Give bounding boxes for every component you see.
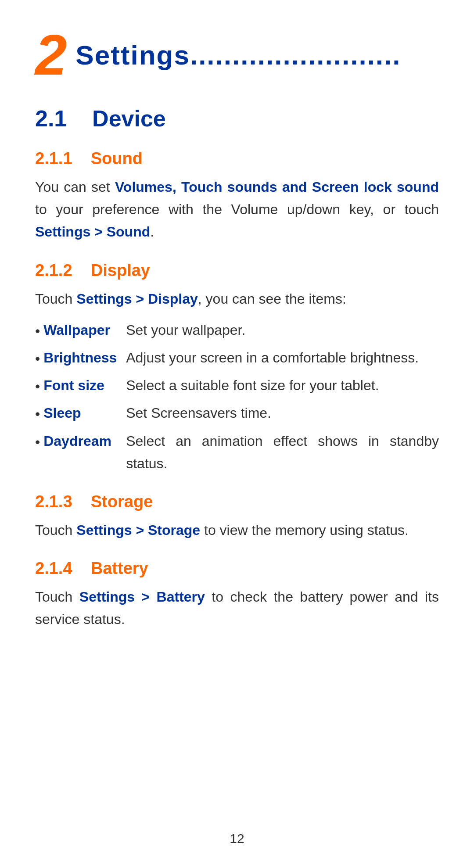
section-2-1-4-label: 2.1.4 (35, 559, 72, 577)
battery-bold: Settings > Battery (79, 589, 205, 605)
list-item-wallpaper: • Wallpaper Set your wallpaper. (35, 319, 439, 342)
list-item-daydream: • Daydream Select an animation effect sh… (35, 430, 439, 475)
fontsize-desc: Select a suitable font size for your tab… (126, 374, 439, 397)
list-item-brightness: • Brightness Adjust your screen in a com… (35, 347, 439, 370)
bullet-dot-fontsize: • (35, 375, 40, 398)
sound-text-prefix: You can set (35, 179, 115, 195)
section-2-1-1-heading: 2.1.1 Sound (35, 149, 439, 168)
sound-bold2: Settings > Sound (35, 224, 150, 240)
chapter-header: 2 Settings......................... (35, 26, 439, 83)
battery-body: Touch Settings > Battery to check the ba… (35, 586, 439, 631)
section-2-1-label: 2.1 (35, 106, 67, 131)
chapter-title-text: Settings (75, 40, 190, 70)
section-2-1-1-body: You can set Volumes, Touch sounds and Sc… (35, 176, 439, 244)
bullet-dot-sleep: • (35, 403, 40, 425)
bullet-dot-wallpaper: • (35, 320, 40, 342)
display-intro-bold: Settings > Display (76, 291, 198, 307)
chapter-number: 2 (35, 26, 67, 83)
section-2-1-4-title: Battery (91, 559, 148, 577)
fontsize-term: Font size (43, 374, 118, 397)
sleep-term: Sleep (43, 402, 118, 424)
chapter-dots: ......................... (190, 40, 401, 70)
page-number: 12 (230, 831, 244, 846)
daydream-desc: Select an animation effect shows in stan… (126, 430, 439, 475)
brightness-term: Brightness (43, 347, 118, 369)
display-intro: Touch Settings > Display, you can see th… (35, 288, 439, 310)
section-2-1-3-heading: 2.1.3 Storage (35, 492, 439, 511)
section-2-1-2-title: Display (91, 261, 150, 280)
bullet-dot-daydream: • (35, 431, 40, 453)
storage-bold: Settings > Storage (76, 522, 200, 538)
sound-bold1: Volumes, Touch sounds and Screen lock so… (115, 179, 439, 195)
sound-text-suffix: to your preference with the Volume up/do… (35, 201, 439, 217)
section-2-1-heading: 2.1 Device (35, 105, 439, 132)
display-intro-suffix: , you can see the items: (198, 291, 346, 307)
wallpaper-term: Wallpaper (43, 319, 118, 341)
section-2-1-4-heading: 2.1.4 Battery (35, 559, 439, 578)
wallpaper-desc: Set your wallpaper. (126, 319, 439, 341)
chapter-title: Settings......................... (75, 26, 401, 71)
storage-prefix: Touch (35, 522, 76, 538)
daydream-term: Daydream (43, 430, 118, 452)
list-item-sleep: • Sleep Set Screensavers time. (35, 402, 439, 425)
section-2-1-1-title: Sound (91, 149, 143, 168)
storage-suffix: to view the memory using status. (200, 522, 409, 538)
section-2-1-2-heading: 2.1.2 Display (35, 261, 439, 280)
sound-text-end: . (150, 224, 154, 240)
section-2-1-1-label: 2.1.1 (35, 149, 72, 168)
section-2-1-title: Device (92, 106, 166, 131)
section-2-1-3-title: Storage (91, 492, 153, 511)
sleep-desc: Set Screensavers time. (126, 402, 439, 424)
storage-body: Touch Settings > Storage to view the mem… (35, 519, 439, 542)
list-item-fontsize: • Font size Select a suitable font size … (35, 374, 439, 398)
battery-prefix: Touch (35, 589, 79, 605)
section-2-1-2-label: 2.1.2 (35, 261, 72, 280)
bullet-dot-brightness: • (35, 348, 40, 370)
display-intro-prefix: Touch (35, 291, 76, 307)
brightness-desc: Adjust your screen in a comfortable brig… (126, 347, 439, 369)
section-2-1-3-label: 2.1.3 (35, 492, 72, 511)
display-items-list: • Wallpaper Set your wallpaper. • Bright… (35, 319, 439, 475)
